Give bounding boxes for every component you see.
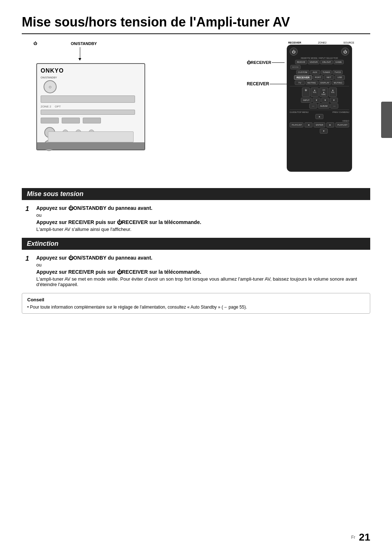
receiver-top-arrow-line: [272, 62, 285, 63]
remote-vol-dash: —: [330, 103, 338, 109]
remote-spacer-4: [324, 114, 335, 119]
remote-vd-dvr[interactable]: VD/DVR: [308, 60, 320, 64]
remote-mode-section-label: REMOTE MODE / INPUT SELECTOR: [290, 57, 349, 59]
remote-custom[interactable]: CUSTOM: [296, 70, 309, 74]
remote-down-row: ▼: [290, 129, 349, 134]
step-1-mise-alt: Appuyez sur RECEIVER puis sur ⏻RECEIVER …: [36, 219, 370, 225]
remote-left-btn[interactable]: ◄: [305, 122, 313, 127]
conseil-box: Conseil • Pour toute information complém…: [22, 293, 370, 314]
panel-bottom: [37, 142, 144, 150]
remote-vol-up-2[interactable]: ▲VOL: [329, 87, 337, 97]
remote-vol-down-2[interactable]: ▼: [330, 98, 338, 103]
arrow-head: [78, 58, 81, 61]
step-1-mise-content: Appuyez sur ⏻ON/STANDBY du panneau avant…: [36, 205, 370, 232]
remote-down-btn[interactable]: ▼: [320, 129, 328, 134]
remote-vol-row-1: ⏻ ▲VOL CH▲DISC ▲VOL: [290, 87, 349, 97]
remote-btn-row-2: CUSTOM AUX TUNER TV/CD: [290, 70, 349, 74]
remote-guide-label: GUIDE/TOP MENU: [290, 111, 309, 113]
step-1-extinction: 1 Appuyez sur ⏻ON/STANDBY du panneau ava…: [25, 255, 370, 287]
remote-vol-label: —: [309, 103, 317, 109]
remote-mode-label-btn: MODE: [290, 65, 301, 69]
step-1-ext-main-bold: ON/STANDBY du panneau avant.: [73, 255, 152, 261]
remote-guide-row: GUIDE/TOP MENU PREV CH/MENU: [290, 111, 349, 113]
remote-receiver-top: RECEIVER: [288, 41, 301, 44]
remote-power-small[interactable]: ⏻: [302, 87, 310, 97]
remote-zone2-label: ZONE2: [318, 41, 326, 44]
power-sym-3: ⏻: [68, 255, 73, 261]
remote-up-row: ▲: [290, 114, 349, 119]
power-sym-1: ⏻: [68, 205, 73, 211]
remote-nav-row: PLAYLIST ◄ ENTER ► PLAYLIST: [290, 122, 349, 127]
remote-vol-down[interactable]: ▼: [313, 98, 320, 103]
step-1-ext-receiver-bold: RECEIVER: [68, 269, 94, 275]
on-standby-label: ON/STANDBY: [71, 41, 97, 46]
step-1-extinction-alt: Appuyez sur RECEIVER puis sur ⏻RECEIVER …: [36, 269, 370, 275]
remote-album-btn[interactable]: ALBUM: [318, 103, 330, 109]
remote-muting[interactable]: MUTING: [306, 81, 318, 85]
remote-input-row: INPUT ▼ ▼ ▼: [290, 98, 349, 103]
remote-tv-cd[interactable]: TV/CD: [332, 70, 343, 74]
remote-source-label: SOURCE: [343, 41, 354, 44]
panel-btn-1[interactable]: [41, 118, 59, 123]
remote-spacer-5: [311, 129, 319, 134]
side-tab: [381, 102, 392, 138]
panel-brand: ONKYO: [41, 68, 141, 74]
remote-album-row: — ALBUM —: [290, 103, 349, 109]
panel-display: [41, 95, 135, 103]
remote-btn-row-4: TV MUTING DISPLAY MUTING: [290, 81, 349, 85]
panel-power-button[interactable]: ○: [44, 80, 57, 93]
remote-aux[interactable]: AUX: [310, 70, 320, 74]
front-panel-container: ON/STANDBY ⏻ ONKYO ON/STANDBY ○ ZONE 2OP…: [29, 41, 152, 150]
remote-prev-ch-label: PREV CH/MENU: [332, 111, 349, 113]
remote-ch-disc[interactable]: CH▲DISC: [319, 87, 328, 97]
remote-right-btn[interactable]: ►: [326, 122, 334, 127]
remote-spacer-3: [304, 114, 315, 119]
remote-video-label: VIDEO: [290, 120, 349, 122]
remote-power-row: ⏻ ⏻: [290, 48, 349, 56]
remote-receiver-btn[interactable]: RECEIVER: [294, 75, 312, 80]
remote-usb[interactable]: USB: [335, 75, 345, 80]
remote-tv[interactable]: TV: [295, 81, 305, 85]
step-number-2: 1: [25, 255, 33, 287]
step-1-main-bold: ON/STANDBY du panneau avant.: [73, 205, 152, 211]
remote-playlist2-btn[interactable]: PLAYLIST: [335, 122, 349, 127]
panel-btn-3[interactable]: [83, 118, 101, 123]
remote-tuner[interactable]: TUNER: [321, 70, 332, 74]
remote-mode-row: MODE: [290, 65, 349, 69]
page-footer: Fr 21: [351, 531, 370, 543]
remote-btn-row-1: BD/DVR VD/DVR CBL/SAT GAME: [290, 60, 349, 64]
step-1-extinction-ou: ou: [36, 262, 370, 268]
step-1-receiver-bold: RECEIVER: [68, 219, 94, 225]
remote-spacer-2: [301, 103, 309, 109]
remote-bd-dvr[interactable]: BD/DVR: [295, 60, 307, 64]
step-1-extinction-main: Appuyez sur ⏻ON/STANDBY du panneau avant…: [36, 255, 370, 261]
diagram-area: ON/STANDBY ⏻ ONKYO ON/STANDBY ○ ZONE 2OP…: [22, 41, 370, 179]
remote-vol-up[interactable]: ▲VOL: [311, 87, 319, 97]
remote-muting2[interactable]: MUTING: [332, 81, 344, 85]
remote-game[interactable]: GAME: [334, 60, 344, 64]
remote-input-btn[interactable]: INPUT: [301, 98, 312, 103]
remote-power-btn[interactable]: ⏻: [290, 48, 298, 56]
panel-btn-2[interactable]: [62, 118, 80, 123]
panel-flap: [48, 131, 134, 142]
step-1-mise-desc: L'ampli-tuner AV s'allume ainsi que l'af…: [36, 227, 370, 232]
conseil-title: Conseil: [27, 297, 365, 302]
remote-top-labels: RECEIVER ZONE2 SOURCE: [287, 41, 356, 44]
remote-enter-btn[interactable]: ENTER: [314, 122, 325, 127]
remote-net[interactable]: NET: [324, 75, 334, 80]
remote-display[interactable]: DISPLAY: [319, 81, 331, 85]
conseil-text: • Pour toute information complémentaire …: [27, 305, 365, 310]
panel-on-standby-text: ON/STANDBY: [41, 76, 57, 79]
page-number: 21: [359, 531, 370, 543]
remote-btn-row-3: RECEIVER PORT NET USB: [290, 75, 349, 80]
fr-label: Fr: [351, 535, 355, 540]
remote-ch-down[interactable]: ▼: [321, 98, 329, 103]
remote-port[interactable]: PORT: [313, 75, 323, 80]
step-1-mise-ou: ou: [36, 212, 370, 218]
remote-source-btn[interactable]: ⏻: [341, 48, 349, 56]
remote-cbl-sat[interactable]: CBL/SAT: [320, 60, 333, 64]
remote-playlist-btn[interactable]: PLAYLIST: [290, 122, 303, 127]
remote-up-btn[interactable]: ▲: [315, 114, 323, 119]
panel-display2: [41, 110, 135, 115]
receiver-bottom-label-container: RECEIVER: [247, 81, 288, 86]
